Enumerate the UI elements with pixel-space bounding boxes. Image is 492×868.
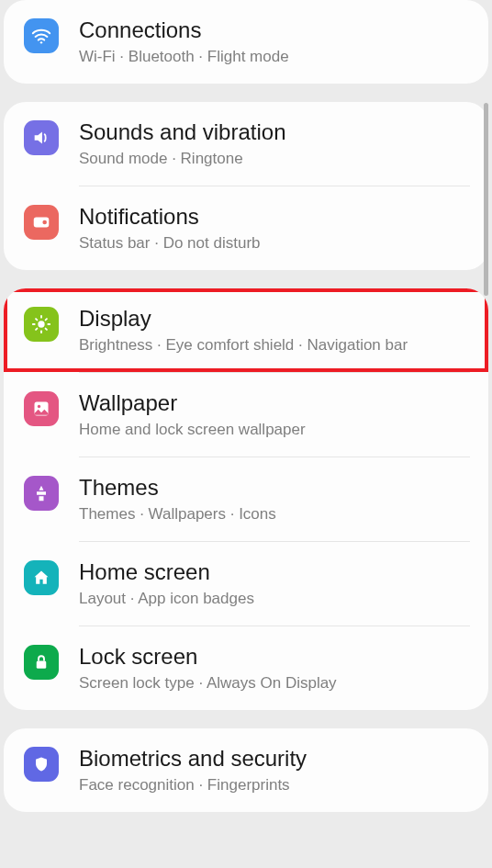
sound-icon — [24, 120, 59, 155]
svg-point-3 — [38, 321, 44, 327]
svg-point-2 — [42, 220, 47, 225]
wifi-icon — [24, 18, 59, 53]
settings-row-subtitle: Face recognition · Fingerprints — [79, 774, 470, 796]
settings-row-subtitle: Layout · App icon badges — [79, 588, 470, 610]
settings-row-title: Home screen — [79, 558, 470, 586]
settings-row-notifications[interactable]: Notifications Status bar · Do not distur… — [4, 186, 488, 270]
settings-row-sounds[interactable]: Sounds and vibration Sound mode · Ringto… — [4, 102, 488, 186]
settings-row-title: Sounds and vibration — [79, 118, 470, 146]
svg-line-10 — [36, 329, 37, 330]
settings-row-title: Display — [79, 304, 470, 333]
settings-row-title: Wallpaper — [79, 389, 470, 417]
settings-row-subtitle: Screen lock type · Always On Display — [79, 672, 470, 694]
svg-line-9 — [46, 329, 47, 330]
svg-line-8 — [36, 319, 37, 320]
svg-rect-14 — [37, 660, 47, 668]
settings-row-subtitle: Sound mode · Ringtone — [79, 148, 470, 170]
settings-card-connections: Connections Wi-Fi · Bluetooth · Flight m… — [4, 0, 488, 84]
svg-line-11 — [46, 319, 47, 320]
settings-row-subtitle: Themes · Wallpapers · Icons — [79, 503, 470, 525]
settings-row-lockscreen[interactable]: Lock screen Screen lock type · Always On… — [4, 626, 488, 710]
settings-row-title: Biometrics and security — [79, 744, 470, 772]
lock-icon — [24, 645, 59, 680]
settings-row-title: Connections — [79, 16, 470, 44]
home-icon — [24, 560, 59, 595]
settings-card-biometrics: Biometrics and security Face recognition… — [4, 728, 488, 812]
settings-card-sounds: Sounds and vibration Sound mode · Ringto… — [4, 102, 488, 270]
settings-row-subtitle: Status bar · Do not disturb — [79, 232, 470, 254]
brightness-icon — [24, 307, 59, 342]
settings-row-display[interactable]: Display Brightness · Eye comfort shield … — [4, 288, 488, 372]
settings-row-biometrics[interactable]: Biometrics and security Face recognition… — [4, 728, 488, 812]
settings-row-subtitle: Wi-Fi · Bluetooth · Flight mode — [79, 46, 470, 68]
settings-row-homescreen[interactable]: Home screen Layout · App icon badges — [4, 542, 488, 626]
themes-icon — [24, 476, 59, 511]
settings-row-title: Themes — [79, 473, 470, 502]
scrollbar[interactable] — [484, 103, 488, 296]
shield-icon — [24, 747, 59, 782]
settings-row-title: Lock screen — [79, 642, 470, 671]
wallpaper-icon — [24, 391, 59, 426]
settings-row-themes[interactable]: Themes Themes · Wallpapers · Icons — [4, 457, 488, 541]
svg-point-0 — [40, 41, 42, 43]
notification-icon — [24, 205, 59, 240]
settings-row-subtitle: Brightness · Eye comfort shield · Naviga… — [79, 334, 470, 356]
settings-card-display: Display Brightness · Eye comfort shield … — [4, 288, 488, 710]
svg-point-13 — [38, 405, 40, 408]
settings-row-title: Notifications — [79, 202, 470, 231]
settings-row-wallpaper[interactable]: Wallpaper Home and lock screen wallpaper — [4, 373, 488, 457]
settings-row-connections[interactable]: Connections Wi-Fi · Bluetooth · Flight m… — [4, 0, 488, 84]
settings-row-subtitle: Home and lock screen wallpaper — [79, 419, 470, 441]
